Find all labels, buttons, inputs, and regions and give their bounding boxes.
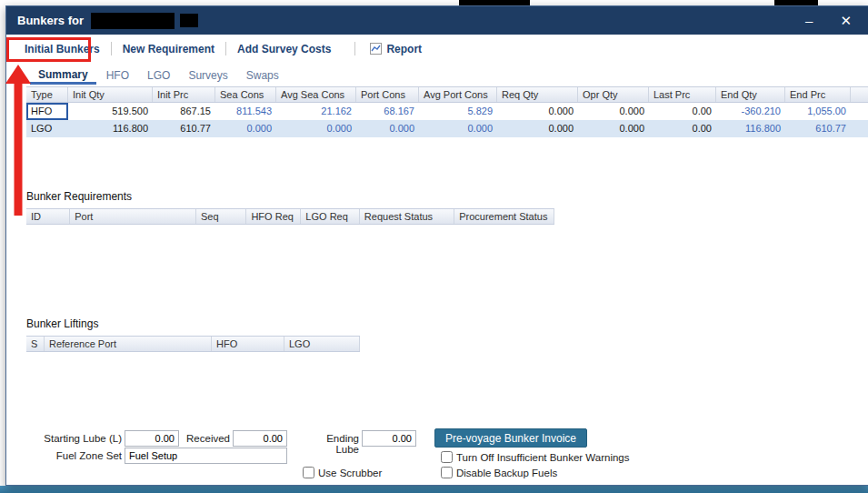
grid-cell-sea-cons[interactable]: 0.000: [215, 120, 276, 137]
column-header-id[interactable]: ID: [26, 209, 70, 224]
grid-cell-opr-qty[interactable]: 0.000: [578, 120, 649, 137]
tab-hfo[interactable]: HFO: [98, 66, 137, 85]
starting-lube-label: Starting Lube (L): [34, 433, 122, 444]
grid-cell-init-qty[interactable]: 519.500: [68, 103, 153, 120]
summary-row-hfo: HFO 519.500 867.15 811.543 21.162 68.167…: [26, 103, 868, 120]
redacted-voyage-number: [180, 14, 198, 27]
toolbar-item-report[interactable]: Report: [359, 43, 433, 55]
received-label: Received: [185, 433, 230, 444]
disable-backup-fuels-checkbox-box[interactable]: [441, 467, 453, 478]
tab-surveys[interactable]: Surveys: [180, 66, 235, 85]
toolbar-item-new-requirement[interactable]: New Requirement: [112, 43, 225, 55]
grid-cell-sea-cons[interactable]: 811.543: [215, 103, 276, 120]
column-header-end-qty[interactable]: End Qty: [716, 87, 785, 102]
column-header-init-prc[interactable]: Init Prc: [153, 87, 215, 102]
summary-grid: Type Init Qty Init Prc Sea Cons Avg Sea …: [26, 86, 868, 185]
column-header-hfo[interactable]: HFO: [212, 337, 284, 351]
use-scrubber-label: Use Scrubber: [318, 468, 382, 478]
column-header-port[interactable]: Port: [70, 209, 196, 224]
grid-cell-avg-port-cons[interactable]: 5.829: [419, 103, 497, 120]
grid-cell-port-cons[interactable]: 68.167: [356, 103, 419, 120]
received-input[interactable]: [233, 430, 287, 447]
grid-cell-avg-sea-cons[interactable]: 0.000: [276, 120, 356, 137]
requirements-grid-header: ID Port Seq HFO Req LGO Req Request Stat…: [26, 208, 554, 225]
tab-summary[interactable]: Summary: [30, 65, 96, 85]
grid-cell-end-prc[interactable]: 610.77: [785, 120, 851, 137]
grid-cell-last-prc[interactable]: 0.00: [649, 103, 716, 120]
bunkers-dialog: Bunkers for – ✕ Initial Bunkers New Requ…: [5, 5, 868, 486]
grid-cell-end-qty[interactable]: 116.800: [716, 120, 785, 137]
column-header-port-cons[interactable]: Port Cons: [356, 87, 419, 102]
column-header-opr-qty[interactable]: Opr Qty: [578, 87, 649, 102]
annotation-highlight-box: [6, 37, 91, 62]
report-chart-icon: [370, 43, 382, 55]
column-header-last-prc[interactable]: Last Prc: [649, 87, 716, 102]
column-header-request-status[interactable]: Request Status: [360, 209, 454, 224]
tab-swaps[interactable]: Swaps: [238, 66, 287, 85]
toolbar: Initial Bunkers New Requirement Add Surv…: [6, 35, 868, 63]
requirements-grid-empty-area: [26, 225, 868, 312]
requirements-section-title: Bunker Requirements: [26, 185, 868, 206]
summary-grid-header: Type Init Qty Init Prc Sea Cons Avg Sea …: [26, 86, 868, 103]
column-header-lgo[interactable]: LGO: [284, 337, 360, 351]
disable-backup-fuels-label: Disable Backup Fuels: [456, 468, 557, 478]
grid-cell-avg-port-cons[interactable]: 0.000: [419, 120, 497, 137]
ending-lube-input[interactable]: [362, 430, 416, 447]
toolbar-separator: [354, 42, 355, 55]
starting-lube-input[interactable]: [125, 430, 179, 447]
toolbar-item-label: Report: [386, 43, 422, 55]
column-header-avg-port-cons[interactable]: Avg Port Cons: [419, 87, 497, 102]
grid-cell-end-prc[interactable]: 1,055.00: [785, 103, 851, 120]
grid-cell-last-prc[interactable]: 0.00: [649, 120, 716, 137]
fuel-zone-set-input[interactable]: [125, 448, 287, 464]
column-header-hfo-req[interactable]: HFO Req: [246, 209, 301, 224]
column-header-end-prc[interactable]: End Prc: [785, 87, 851, 102]
turn-off-warnings-checkbox[interactable]: Turn Off Insufficient Bunker Warnings: [441, 451, 629, 463]
column-header-type[interactable]: Type: [26, 87, 68, 102]
dialog-title: Bunkers for: [17, 14, 84, 27]
toolbar-item-add-survey-costs[interactable]: Add Survey Costs: [226, 43, 342, 55]
requirements-grid: ID Port Seq HFO Req LGO Req Request Stat…: [26, 208, 868, 312]
close-button[interactable]: ✕: [840, 14, 852, 27]
column-header-s[interactable]: S: [26, 337, 45, 351]
toolbar-item-label: New Requirement: [123, 43, 215, 55]
liftings-grid: S Reference Port HFO LGO: [26, 336, 868, 418]
grid-cell-end-qty[interactable]: -360.210: [716, 103, 785, 120]
grid-cell-init-prc[interactable]: 867.15: [153, 103, 215, 120]
disable-backup-fuels-checkbox[interactable]: Disable Backup Fuels: [441, 467, 557, 478]
column-header-procurement-status[interactable]: Procurement Status: [454, 209, 554, 224]
column-header-seq[interactable]: Seq: [196, 209, 246, 224]
summary-grid-empty-area: [26, 137, 868, 185]
column-header-lgo-req[interactable]: LGO Req: [301, 209, 359, 224]
use-scrubber-checkbox-box[interactable]: [303, 467, 314, 478]
grid-cell-opr-qty[interactable]: 0.000: [578, 103, 649, 120]
grid-cell-port-cons[interactable]: 0.000: [356, 120, 419, 137]
grid-cell-req-qty[interactable]: 0.000: [497, 120, 578, 137]
redacted-vessel-name: [91, 13, 175, 29]
column-header-sea-cons[interactable]: Sea Cons: [215, 87, 276, 102]
column-header-avg-sea-cons[interactable]: Avg Sea Cons: [276, 87, 356, 102]
liftings-grid-header: S Reference Port HFO LGO: [26, 336, 360, 352]
ending-lube-label: Ending Lube: [304, 433, 359, 455]
grid-cell-avg-sea-cons[interactable]: 21.162: [276, 103, 356, 120]
grid-cell-type[interactable]: HFO: [26, 103, 68, 120]
minimize-button[interactable]: –: [805, 14, 813, 27]
use-scrubber-checkbox[interactable]: Use Scrubber: [303, 467, 382, 478]
turn-off-warnings-checkbox-box[interactable]: [441, 451, 453, 463]
dialog-titlebar: Bunkers for – ✕: [6, 6, 868, 35]
column-header-req-qty[interactable]: Req Qty: [497, 87, 578, 102]
grid-cell-type[interactable]: LGO: [26, 120, 68, 137]
column-header-filler: [851, 87, 868, 102]
liftings-section-title: Bunker Liftings: [26, 312, 868, 334]
grid-cell-init-prc[interactable]: 610.77: [153, 120, 215, 137]
turn-off-warnings-label: Turn Off Insufficient Bunker Warnings: [456, 452, 629, 463]
tab-lgo[interactable]: LGO: [139, 66, 178, 85]
fuel-zone-set-label: Fuel Zone Set: [34, 450, 122, 461]
toolbar-item-label: Add Survey Costs: [237, 43, 331, 55]
pre-voyage-bunker-invoice-button[interactable]: Pre-voyage Bunker Invoice: [434, 428, 587, 448]
column-header-init-qty[interactable]: Init Qty: [68, 87, 153, 102]
column-header-reference-port[interactable]: Reference Port: [45, 337, 212, 351]
grid-cell-init-qty[interactable]: 116.800: [68, 120, 153, 137]
liftings-grid-empty-area: [26, 352, 868, 418]
grid-cell-req-qty[interactable]: 0.000: [497, 103, 578, 120]
